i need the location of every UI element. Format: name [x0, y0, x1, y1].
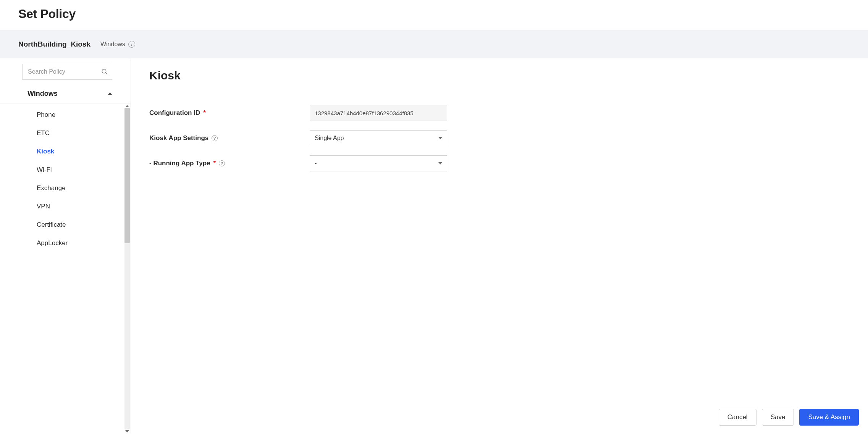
required-mark: * — [213, 160, 216, 167]
platform-text: Windows — [100, 41, 125, 48]
sidebar-scroll: Phone ETC Kiosk Wi-Fi Exchange VPN Certi… — [0, 103, 131, 434]
required-mark: * — [203, 109, 206, 117]
chevron-up-icon — [108, 92, 112, 95]
sidebar-item-vpn[interactable]: VPN — [0, 197, 131, 216]
label-text: - Running App Type — [149, 160, 210, 167]
svg-line-1 — [105, 73, 107, 74]
label-running-app-type: - Running App Type * ? — [149, 160, 294, 167]
chevron-down-icon — [438, 137, 442, 139]
select-value: Single App — [315, 135, 344, 142]
label-text: Kiosk App Settings — [149, 134, 209, 142]
help-icon[interactable]: ? — [219, 160, 225, 166]
sidebar-group-windows[interactable]: Windows — [0, 84, 131, 103]
help-icon[interactable]: ? — [212, 135, 218, 141]
subheader: NorthBuilding_Kiosk Windows i — [0, 30, 868, 58]
info-icon[interactable]: i — [128, 41, 135, 48]
label-configuration-id: Configuration ID * — [149, 109, 294, 117]
scrollbar[interactable] — [124, 105, 130, 432]
search-box[interactable] — [22, 64, 112, 80]
row-configuration-id: Configuration ID * 1329843a714b4d0e87f13… — [149, 100, 850, 126]
platform-label: Windows i — [100, 41, 135, 48]
sidebar-item-wifi[interactable]: Wi-Fi — [0, 161, 131, 179]
policy-name: NorthBuilding_Kiosk — [18, 40, 91, 48]
sidebar-item-kiosk[interactable]: Kiosk — [0, 142, 131, 161]
running-app-type-select[interactable]: - — [310, 155, 447, 171]
scroll-track[interactable] — [124, 108, 130, 429]
save-button[interactable]: Save — [762, 409, 794, 426]
sidebar-list: Phone ETC Kiosk Wi-Fi Exchange VPN Certi… — [0, 103, 131, 434]
configuration-id-field[interactable]: 1329843a714b4d0e87f136290344f835 — [310, 105, 447, 121]
page-title: Set Policy — [18, 7, 850, 21]
sidebar-item-exchange[interactable]: Exchange — [0, 179, 131, 197]
select-value: - — [315, 160, 317, 167]
sidebar-item-phone[interactable]: Phone — [0, 106, 131, 124]
label-text: Configuration ID — [149, 109, 200, 117]
title-bar: Set Policy — [0, 0, 868, 30]
scroll-thumb[interactable] — [124, 108, 130, 243]
label-kiosk-app-settings: Kiosk App Settings ? — [149, 134, 294, 142]
sidebar-item-certificate[interactable]: Certificate — [0, 216, 131, 234]
search-icon — [101, 68, 108, 75]
save-assign-button[interactable]: Save & Assign — [799, 409, 859, 426]
search-input[interactable] — [27, 68, 97, 76]
cancel-button[interactable]: Cancel — [719, 409, 756, 426]
chevron-down-icon — [438, 162, 442, 165]
sidebar: Windows Phone ETC Kiosk Wi-Fi Exchange V… — [0, 58, 131, 434]
sidebar-item-etc[interactable]: ETC — [0, 124, 131, 142]
section-title: Kiosk — [149, 69, 850, 82]
row-kiosk-app-settings: Kiosk App Settings ? Single App — [149, 126, 850, 151]
footer-actions: Cancel Save Save & Assign — [719, 409, 859, 426]
scroll-down-icon[interactable] — [125, 430, 129, 432]
content: Kiosk Configuration ID * 1329843a714b4d0… — [131, 58, 868, 434]
kiosk-app-settings-select[interactable]: Single App — [310, 130, 447, 146]
row-running-app-type: - Running App Type * ? - — [149, 151, 850, 176]
sidebar-group-label: Windows — [27, 90, 58, 98]
svg-point-0 — [102, 69, 106, 73]
sidebar-item-applocker[interactable]: AppLocker — [0, 234, 131, 252]
scroll-up-icon[interactable] — [125, 105, 129, 107]
